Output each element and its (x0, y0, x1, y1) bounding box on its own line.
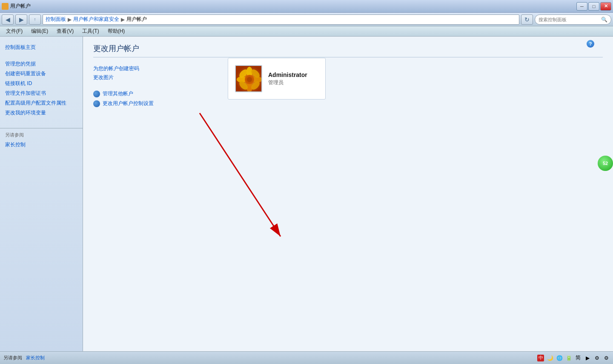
security-icon[interactable]: ⚙ (593, 355, 600, 361)
avatar-image (236, 66, 262, 92)
ime-icon[interactable]: 中 (537, 355, 544, 361)
sidebar-links-section: 管理您的凭据 创建密码重置设备 链接联机 ID 管理文件加密证书 配置高级用户配… (0, 57, 83, 119)
sidebar: 控制面板主页 管理您的凭据 创建密码重置设备 链接联机 ID 管理文件加密证书 … (0, 37, 83, 351)
zh-simplified-icon[interactable]: 简 (575, 355, 581, 361)
title-bar-controls: ─ □ ✕ (576, 2, 611, 11)
up-button[interactable]: ↑ (29, 14, 41, 25)
search-icon[interactable]: 🔍 (601, 17, 607, 23)
title-bar-left: 用户帐户 (2, 3, 576, 10)
status-bar: 另请参阅 家长控制 中 🌙 🌐 🔋 简 ▶ ⚙ ⚙ (0, 351, 613, 364)
menu-view[interactable]: 查看(V) (52, 27, 78, 36)
change-uac-settings-link[interactable]: 更改用户帐户控制设置 (103, 100, 154, 107)
user-name: Administrator (268, 71, 307, 78)
settings-icon[interactable]: ⚙ (603, 355, 610, 361)
action-links: 管理其他帐户 更改用户帐户控制设置 (93, 89, 603, 108)
address-bar: ◀ ▶ ↑ 控制面板 ▶ 用户帐户和家庭安全 ▶ 用户帐户 ↻ 🔍 (0, 13, 613, 26)
sidebar-item-parental-control[interactable]: 家长控制 (5, 140, 77, 150)
also-see-status-label: 另请参阅 (3, 355, 22, 360)
uac-settings-icon (93, 100, 100, 107)
parental-control-status-link[interactable]: 家长控制 (26, 355, 45, 360)
change-picture-link[interactable]: 更改图片 (93, 73, 603, 82)
green-badge[interactable]: 52 (598, 156, 613, 171)
systray: 中 🌙 🌐 🔋 简 ▶ ⚙ ⚙ (537, 355, 610, 361)
main-layout: 控制面板主页 管理您的凭据 创建密码重置设备 链接联机 ID 管理文件加密证书 … (0, 37, 613, 351)
user-card: Administrator 管理员 (228, 58, 326, 100)
menu-help[interactable]: 帮助(H) (103, 27, 129, 36)
menu-edit[interactable]: 编辑(E) (27, 27, 52, 36)
title-bar: 用户帐户 ─ □ ✕ (0, 0, 613, 13)
forward-button[interactable]: ▶ (15, 14, 27, 25)
content-title: 更改用户帐户 (93, 43, 603, 57)
battery-icon[interactable]: 🔋 (565, 355, 572, 361)
content-area: ? 更改用户帐户 为您的帐户创建密码 更改图片 管理其他帐户 更改用户帐户控制设… (83, 37, 613, 351)
moon-icon[interactable]: 🌙 (547, 355, 553, 361)
back-button[interactable]: ◀ (2, 14, 14, 25)
manage-accounts-icon (93, 91, 100, 97)
create-password-link[interactable]: 为您的帐户创建密码 (93, 64, 603, 73)
help-icon[interactable]: ? (587, 40, 594, 48)
user-avatar (235, 65, 262, 92)
path-useraccount-family[interactable]: 用户帐户和家庭安全 (73, 16, 119, 23)
refresh-button[interactable]: ↻ (521, 14, 533, 25)
sidebar-also-see: 另请参阅 家长控制 (0, 128, 83, 153)
network-icon[interactable]: 🌐 (556, 355, 563, 361)
user-role: 管理员 (268, 79, 307, 86)
window-title: 用户帐户 (10, 3, 31, 10)
sidebar-item-link-online-id[interactable]: 链接联机 ID (5, 79, 77, 88)
restore-button[interactable]: □ (588, 2, 599, 11)
annotation-arrow (178, 96, 306, 258)
change-uac-settings-item[interactable]: 更改用户帐户控制设置 (93, 99, 603, 108)
manage-other-accounts-link[interactable]: 管理其他帐户 (103, 90, 133, 97)
window-icon (2, 3, 9, 10)
path-text: 控制面板 ▶ 用户帐户和家庭安全 ▶ 用户帐户 (46, 16, 147, 23)
sidebar-item-env-vars[interactable]: 更改我的环境变量 (5, 108, 77, 118)
user-info: Administrator 管理员 (268, 71, 307, 86)
volume-icon[interactable]: ▶ (584, 355, 591, 361)
menu-tools[interactable]: 工具(T) (78, 27, 103, 36)
sidebar-item-create-password-reset[interactable]: 创建密码重置设备 (5, 69, 77, 79)
search-input[interactable] (539, 17, 599, 22)
menu-file[interactable]: 文件(F) (2, 27, 27, 36)
sidebar-item-advanced-profile[interactable]: 配置高级用户配置文件属性 (5, 98, 77, 108)
also-see-label: 另请参阅 (5, 132, 77, 138)
sidebar-item-controlpanel-home[interactable]: 控制面板主页 (5, 43, 77, 52)
minimize-button[interactable]: ─ (576, 2, 587, 11)
address-path: 控制面板 ▶ 用户帐户和家庭安全 ▶ 用户帐户 (43, 14, 519, 25)
menu-bar: 文件(F) 编辑(E) 查看(V) 工具(T) 帮助(H) (0, 26, 613, 37)
status-left: 另请参阅 家长控制 (3, 355, 45, 361)
path-controlpanel[interactable]: 控制面板 (46, 16, 66, 23)
svg-point-12 (247, 77, 252, 82)
sidebar-item-manage-credentials[interactable]: 管理您的凭据 (5, 59, 77, 69)
manage-other-accounts-item[interactable]: 管理其他帐户 (93, 89, 603, 99)
search-box[interactable]: 🔍 (535, 14, 611, 25)
close-button[interactable]: ✕ (600, 2, 611, 11)
path-useraccount: 用户帐户 (126, 16, 147, 23)
quick-links: 为您的帐户创建密码 更改图片 (93, 64, 603, 82)
sidebar-main-section: 控制面板主页 (0, 41, 83, 54)
svg-line-14 (200, 113, 281, 236)
sidebar-item-manage-encryption[interactable]: 管理文件加密证书 (5, 88, 77, 98)
